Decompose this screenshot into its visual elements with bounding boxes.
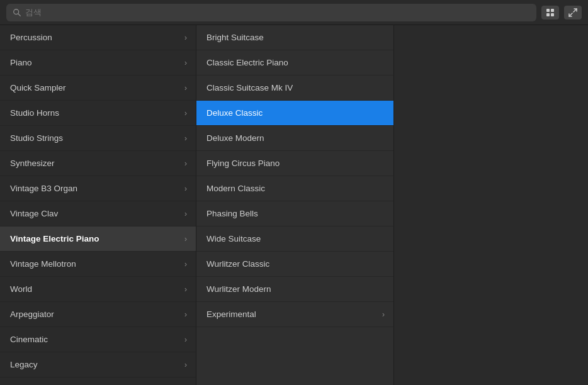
chevron-right-icon: › — [382, 310, 385, 319]
toolbar-icons — [541, 6, 582, 20]
chevron-right-icon: › — [184, 33, 187, 42]
submenu-item-deluxe-classic[interactable]: Deluxe Classic — [196, 101, 393, 126]
submenu-label-wurlitzer-modern: Wurlitzer Modern — [206, 284, 271, 294]
chevron-right-icon: › — [184, 260, 187, 269]
sidebar-item-label-vintage-clav: Vintage Clav — [10, 209, 58, 218]
submenu-item-wurlitzer-modern[interactable]: Wurlitzer Modern — [196, 277, 393, 302]
svg-rect-4 — [546, 13, 550, 16]
chevron-right-icon: › — [184, 109, 187, 118]
svg-rect-3 — [551, 9, 554, 12]
sidebar-item-vintage-electric-piano[interactable]: Vintage Electric Piano› — [0, 226, 196, 252]
sidebar-item-label-studio-strings: Studio Strings — [10, 133, 63, 143]
main-content: Percussion›Piano›Quick Sampler›Studio Ho… — [0, 25, 588, 385]
sidebar-item-studio-strings[interactable]: Studio Strings› — [0, 126, 196, 151]
submenu-label-wurlitzer-classic: Wurlitzer Classic — [206, 259, 269, 269]
sidebar-item-vintage-b3-organ[interactable]: Vintage B3 Organ› — [0, 176, 196, 201]
chevron-right-icon: › — [184, 59, 187, 67]
sidebar-item-label-cinematic: Cinematic — [10, 335, 48, 344]
submenu-label-experimental: Experimental — [206, 310, 256, 319]
grid-view-button[interactable] — [541, 6, 559, 20]
sidebar-item-label-vintage-b3-organ: Vintage B3 Organ — [10, 184, 77, 193]
sidebar-item-studio-horns[interactable]: Studio Horns› — [0, 101, 196, 126]
collapse-icon — [568, 8, 577, 17]
submenu-label-phasing-bells: Phasing Bells — [206, 209, 258, 218]
sidebar-item-label-world: World — [10, 284, 32, 294]
submenu-label-modern-classic: Modern Classic — [206, 184, 265, 193]
sidebar-item-world[interactable]: World› — [0, 277, 196, 302]
search-input[interactable] — [25, 8, 530, 17]
submenu-item-wide-suitcase[interactable]: Wide Suitcase — [196, 226, 393, 252]
chevron-right-icon: › — [184, 84, 187, 92]
sidebar-item-label-piano: Piano — [10, 58, 32, 67]
sidebar-item-percussion[interactable]: Percussion› — [0, 25, 196, 50]
submenu-label-bright-suitcase: Bright Suitcase — [206, 33, 264, 42]
sidebar-item-vintage-mellotron[interactable]: Vintage Mellotron› — [0, 252, 196, 277]
submenu-item-bright-suitcase[interactable]: Bright Suitcase — [196, 25, 393, 50]
app-container: Percussion›Piano›Quick Sampler›Studio Ho… — [0, 0, 588, 385]
submenu-label-flying-circus-piano: Flying Circus Piano — [206, 159, 280, 168]
collapse-button[interactable] — [564, 6, 582, 20]
sidebar-item-label-quick-sampler: Quick Sampler — [10, 83, 66, 92]
sidebar-item-cinematic[interactable]: Cinematic› — [0, 327, 196, 352]
submenu-label-classic-suitcase-mk-iv: Classic Suitcase Mk IV — [206, 83, 293, 92]
left-panel: Percussion›Piano›Quick Sampler›Studio Ho… — [0, 25, 196, 385]
submenu-item-modern-classic[interactable]: Modern Classic — [196, 176, 393, 201]
grid-icon — [546, 8, 555, 17]
sidebar-item-label-vintage-mellotron: Vintage Mellotron — [10, 259, 76, 269]
search-icon — [13, 8, 21, 17]
submenu-label-deluxe-classic: Deluxe Classic — [206, 108, 263, 118]
sidebar-item-label-arpeggiator: Arpeggiator — [10, 310, 54, 319]
submenu-label-deluxe-modern: Deluxe Modern — [206, 133, 264, 143]
sidebar-item-label-studio-horns: Studio Horns — [10, 108, 59, 118]
sidebar-item-quick-sampler[interactable]: Quick Sampler› — [0, 75, 196, 101]
search-input-wrapper — [6, 4, 536, 21]
chevron-right-icon: › — [184, 134, 187, 143]
sidebar-item-synthesizer[interactable]: Synthesizer› — [0, 151, 196, 176]
submenu-item-experimental[interactable]: Experimental› — [196, 302, 393, 327]
sidebar-item-label-percussion: Percussion — [10, 33, 52, 42]
submenu-item-classic-electric-piano[interactable]: Classic Electric Piano — [196, 50, 393, 75]
sidebar-item-vintage-clav[interactable]: Vintage Clav› — [0, 201, 196, 226]
submenu-item-flying-circus-piano[interactable]: Flying Circus Piano — [196, 151, 393, 176]
chevron-right-icon: › — [184, 310, 187, 319]
search-bar — [0, 0, 588, 25]
sidebar-item-piano[interactable]: Piano› — [0, 50, 196, 75]
svg-rect-5 — [551, 13, 554, 16]
chevron-right-icon: › — [184, 209, 187, 218]
right-panel — [394, 25, 588, 385]
svg-line-1 — [18, 13, 21, 16]
chevron-right-icon: › — [184, 184, 187, 193]
submenu-label-classic-electric-piano: Classic Electric Piano — [206, 58, 288, 67]
sidebar-item-legacy[interactable]: Legacy› — [0, 352, 196, 377]
chevron-right-icon: › — [184, 335, 187, 344]
chevron-right-icon: › — [184, 285, 187, 294]
chevron-right-icon: › — [184, 360, 187, 369]
submenu-item-deluxe-modern[interactable]: Deluxe Modern — [196, 126, 393, 151]
chevron-right-icon: › — [184, 159, 187, 168]
submenu-item-classic-suitcase-mk-iv[interactable]: Classic Suitcase Mk IV — [196, 75, 393, 101]
submenu-item-phasing-bells[interactable]: Phasing Bells — [196, 201, 393, 226]
sidebar-item-label-vintage-electric-piano: Vintage Electric Piano — [10, 234, 99, 243]
submenu-label-wide-suitcase: Wide Suitcase — [206, 234, 261, 243]
sidebar-item-label-legacy: Legacy — [10, 360, 38, 369]
chevron-right-icon: › — [184, 235, 187, 243]
sidebar-item-arpeggiator[interactable]: Arpeggiator› — [0, 302, 196, 327]
svg-rect-2 — [546, 9, 550, 12]
sidebar-item-label-synthesizer: Synthesizer — [10, 159, 55, 168]
submenu-item-wurlitzer-classic[interactable]: Wurlitzer Classic — [196, 252, 393, 277]
middle-panel: Bright SuitcaseClassic Electric PianoCla… — [196, 25, 394, 385]
